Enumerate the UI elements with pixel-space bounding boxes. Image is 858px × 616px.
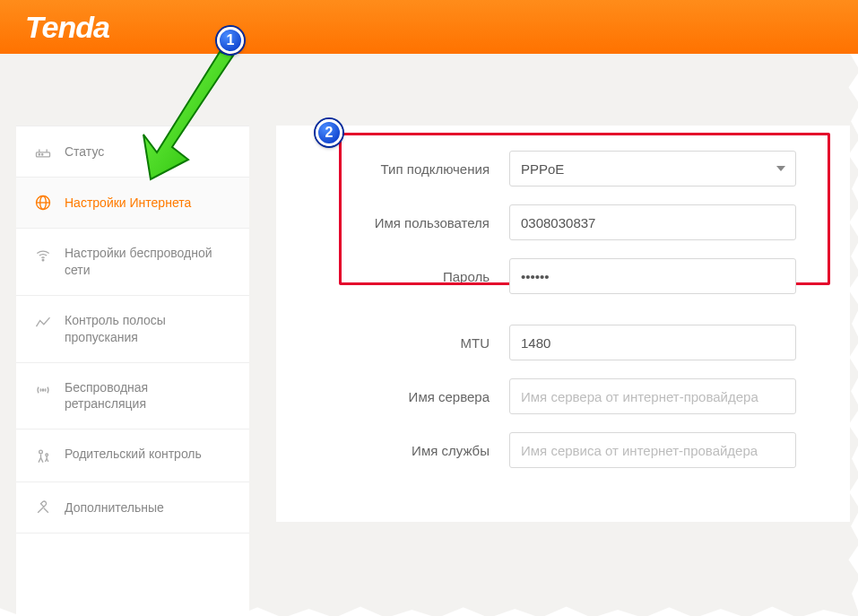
annotation-badge-2: 2 bbox=[316, 119, 342, 146]
sidebar-item-bandwidth-control[interactable]: Контроль полосы пропускания bbox=[16, 296, 249, 363]
sidebar-item-label: Статус bbox=[65, 143, 231, 161]
router-icon bbox=[34, 143, 52, 161]
sidebar-item-label: Родительский контроль bbox=[65, 446, 231, 463]
server-name-input[interactable] bbox=[509, 378, 796, 414]
tools-icon bbox=[34, 499, 52, 516]
header: Tenda bbox=[0, 0, 858, 54]
sidebar-item-wireless-settings[interactable]: Настройки беспроводной сети bbox=[16, 229, 249, 296]
sidebar-item-label: Настройки Интернета bbox=[65, 195, 231, 212]
svg-point-8 bbox=[42, 259, 44, 261]
sidebar: Статус Настройки Интернета bbox=[16, 126, 249, 616]
row-server-name: Имя сервера (Д bbox=[276, 378, 823, 414]
row-service-name: Имя службы (Д bbox=[276, 432, 823, 468]
sidebar-item-internet-settings[interactable]: Настройки Интернета bbox=[16, 178, 249, 229]
label-mtu: MTU bbox=[276, 335, 509, 351]
sidebar-item-wireless-repeater[interactable]: Беспроводная ретрансляция bbox=[16, 363, 249, 430]
row-password: Пароль bbox=[276, 258, 823, 294]
sidebar-item-label: Дополнительные bbox=[65, 499, 231, 516]
sidebar-item-label: Контроль полосы пропускания bbox=[65, 312, 231, 346]
row-mtu: MTU bbox=[276, 325, 823, 360]
svg-point-11 bbox=[46, 454, 48, 456]
service-name-input[interactable] bbox=[509, 432, 796, 468]
label-server-name: Имя сервера bbox=[276, 389, 509, 404]
svg-point-9 bbox=[42, 389, 44, 391]
content-area: Тип подключения PPPoE Имя пользователя П… bbox=[249, 72, 858, 616]
label-username: Имя пользователя bbox=[276, 215, 509, 230]
brand-logo: Tenda bbox=[25, 10, 109, 45]
mtu-input[interactable] bbox=[509, 325, 796, 360]
username-input[interactable] bbox=[509, 204, 796, 240]
wifi-icon bbox=[34, 247, 52, 265]
annotation-badge-1: 1 bbox=[217, 27, 244, 54]
label-connection-type: Тип подключения bbox=[276, 161, 509, 177]
globe-icon bbox=[34, 194, 52, 212]
sidebar-item-advanced[interactable]: Дополнительные bbox=[16, 482, 249, 534]
page-body: Статус Настройки Интернета bbox=[0, 54, 858, 616]
sidebar-item-status[interactable]: Статус bbox=[16, 126, 249, 178]
sidebar-item-label: Настройки беспроводной сети bbox=[65, 245, 231, 279]
row-username: Имя пользователя bbox=[276, 204, 823, 240]
sidebar-item-label: Беспроводная ретрансляция bbox=[65, 379, 231, 413]
svg-point-10 bbox=[39, 451, 43, 455]
sidebar-item-parental-control[interactable]: Родительский контроль bbox=[16, 429, 249, 482]
repeater-icon bbox=[34, 381, 52, 399]
svg-point-4 bbox=[42, 154, 43, 155]
bandwidth-icon bbox=[34, 314, 52, 332]
password-input[interactable] bbox=[509, 258, 796, 294]
label-password: Пароль bbox=[276, 269, 509, 284]
svg-point-3 bbox=[39, 154, 39, 155]
row-connection-type: Тип подключения PPPoE bbox=[276, 151, 823, 187]
connection-type-select[interactable]: PPPoE bbox=[509, 151, 796, 187]
parental-icon bbox=[34, 447, 52, 465]
internet-settings-panel: Тип подключения PPPoE Имя пользователя П… bbox=[276, 126, 850, 522]
label-service-name: Имя службы bbox=[276, 443, 509, 458]
